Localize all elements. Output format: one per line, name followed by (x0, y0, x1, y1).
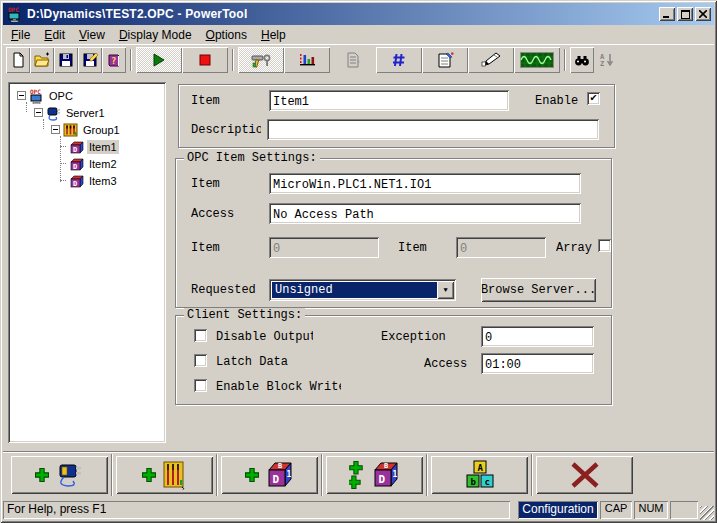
exception-label: Exception (381, 330, 446, 344)
add-multiple-items-button[interactable]: B 1 D (326, 456, 423, 494)
server-icon (45, 105, 62, 121)
access-time-input[interactable] (481, 353, 594, 374)
save-as-icon (82, 52, 98, 68)
latch-data-label: Latch Data (216, 355, 288, 369)
tree-node-server1[interactable]: Server1 (10, 104, 164, 121)
oscilloscope-button[interactable] (514, 47, 560, 73)
access-path-input[interactable] (269, 203, 581, 224)
status-bar: For Help, press F1 Configuration CAP NUM (3, 498, 714, 520)
add-server-icon (54, 461, 84, 489)
tree-node-label[interactable]: Item1 (87, 140, 119, 154)
maximize-button[interactable] (677, 7, 693, 21)
access-path-label: Access (191, 207, 234, 221)
statistics-button[interactable] (284, 47, 330, 73)
toolbar-separator (216, 454, 218, 496)
enable-label: Enable (535, 94, 578, 108)
add-group-icon (161, 460, 187, 490)
toolbar-separator (111, 454, 113, 496)
exception-input[interactable] (481, 326, 594, 347)
menu-edit[interactable]: Edit (37, 26, 72, 44)
add-group-button[interactable] (116, 456, 213, 494)
tree-node-label[interactable]: OPC (47, 89, 75, 103)
delete-icon (570, 462, 600, 488)
open-icon (34, 52, 50, 68)
new-button[interactable] (6, 47, 30, 73)
browse-items-icon: A b c (464, 460, 496, 490)
menu-file[interactable]: File (4, 26, 37, 44)
delete-button[interactable] (536, 456, 633, 494)
item-name-input[interactable] (269, 90, 509, 111)
latch-data-checkbox[interactable] (194, 354, 207, 367)
save-button[interactable] (54, 47, 78, 73)
add-server-button[interactable] (11, 456, 108, 494)
hash-button[interactable] (376, 47, 422, 73)
enable-block-writes-checkbox[interactable] (194, 379, 207, 392)
tree-node-item2[interactable]: D Item2 (10, 155, 164, 172)
tree-node-label[interactable]: Item2 (87, 157, 119, 171)
browse-server-button[interactable]: Browse Server... (481, 278, 596, 302)
minimize-icon (663, 10, 671, 18)
item-cube-icon: D (68, 173, 85, 189)
description-input[interactable] (267, 119, 599, 140)
start-monitor-button[interactable] (136, 47, 182, 73)
item-id-input[interactable] (269, 173, 581, 194)
add-item-button[interactable]: B 1 D (221, 456, 318, 494)
collapse-icon[interactable] (17, 91, 26, 100)
tree-node-opc[interactable]: OPC OPC (10, 87, 164, 104)
enable-block-writes-label: Enable Block Writes (216, 380, 341, 394)
close-button[interactable] (695, 7, 711, 21)
tree-node-label[interactable]: Item3 (87, 174, 119, 188)
menu-help[interactable]: Help (254, 26, 293, 44)
chevron-down-icon[interactable]: ▼ (437, 281, 454, 299)
svg-text:D: D (73, 162, 77, 170)
caps-lock-indicator: CAP (600, 501, 632, 519)
menu-bar: File Edit View Display Mode Options Help (3, 25, 714, 44)
help-book-icon: ? (106, 52, 122, 68)
double-plus-icon (349, 461, 365, 489)
help-book-button[interactable]: ? (102, 47, 126, 73)
tree-node-label[interactable]: Server1 (64, 106, 107, 120)
monitor-tools-button[interactable] (238, 47, 284, 73)
array-checkbox[interactable] (598, 239, 611, 252)
browse-items-button[interactable]: A b c (431, 456, 528, 494)
title-bar: OPC D:\Dynamics\TEST2.OPC - PowerTool (3, 3, 714, 25)
svg-text:1: 1 (393, 470, 398, 479)
toolbar-separator (426, 454, 428, 496)
add-item-cube-icon: B 1 D (264, 460, 294, 490)
item-form: Item Enable ✔ Description OPC Item Setti… (170, 74, 717, 451)
collapse-icon[interactable] (34, 108, 43, 117)
add-item-cube-icon: B 1 D (370, 460, 400, 490)
find-button[interactable] (570, 47, 594, 73)
write-value-button[interactable] (468, 47, 514, 73)
tree-connector (60, 180, 66, 181)
menu-view[interactable]: View (72, 26, 112, 44)
write-value-icon (481, 52, 501, 67)
svg-text:Z: Z (600, 60, 604, 67)
menu-options[interactable]: Options (199, 26, 254, 44)
stop-monitor-button[interactable] (182, 47, 228, 73)
properties-button[interactable] (422, 47, 468, 73)
item-min-label: Item (191, 241, 220, 255)
minimize-button[interactable] (659, 7, 675, 21)
disable-output-label: Disable Output (216, 330, 313, 344)
tree-node-label[interactable]: Group1 (81, 123, 122, 137)
tree-node-group1[interactable]: Group1 (10, 121, 164, 138)
tree-node-item3[interactable]: D Item3 (10, 172, 164, 189)
svg-text:OPC: OPC (30, 88, 41, 95)
window-title: D:\Dynamics\TEST2.OPC - PowerTool (27, 7, 657, 21)
oscilloscope-icon (520, 52, 554, 68)
toolbar-separator (130, 49, 132, 71)
save-as-button[interactable] (78, 47, 102, 73)
svg-text:D: D (73, 145, 77, 153)
find-icon (574, 53, 590, 67)
enable-checkbox[interactable]: ✔ (587, 92, 600, 105)
tree-node-item1[interactable]: D Item1 (10, 138, 164, 155)
menu-display-mode[interactable]: Display Mode (112, 26, 199, 44)
svg-text:B: B (384, 462, 388, 470)
open-button[interactable] (30, 47, 54, 73)
disable-output-checkbox[interactable] (194, 329, 207, 342)
resize-grip[interactable] (700, 506, 714, 520)
app-icon: OPC (6, 6, 23, 22)
requested-type-combobox[interactable]: Unsigned ▼ (269, 279, 456, 301)
collapse-icon[interactable] (51, 125, 60, 134)
